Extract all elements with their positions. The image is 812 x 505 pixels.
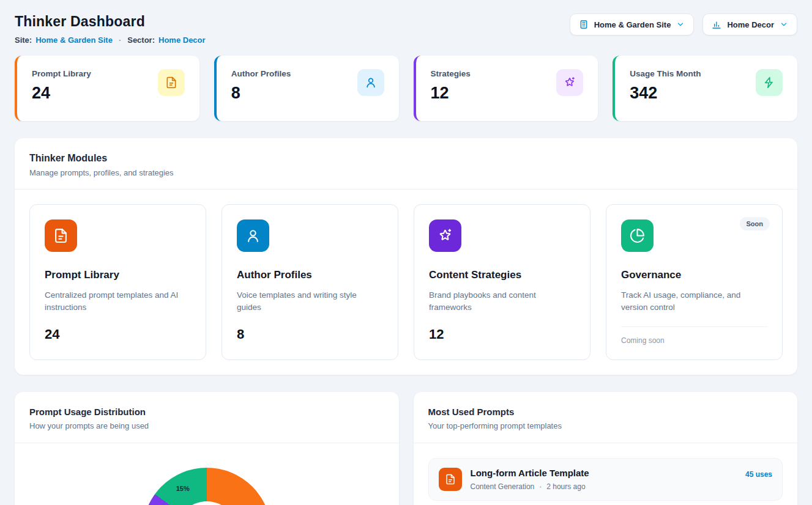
- sector-selector-label: Home Decor: [727, 20, 774, 29]
- prompt-item-time: 2 hours ago: [546, 482, 585, 491]
- sector-selector-dropdown[interactable]: Home Decor: [702, 13, 797, 35]
- site-sector-line: Site: Home & Garden Site · Sector: Home …: [15, 35, 206, 45]
- bar-chart-icon: [712, 20, 721, 29]
- sparkle-star-icon: [556, 69, 583, 96]
- stat-label: Usage This Month: [630, 69, 701, 78]
- separator-dot: ·: [539, 482, 542, 491]
- header-controls: Home & Garden Site Home Decor: [570, 13, 797, 35]
- module-card-content-strategies[interactable]: Content Strategies Brand playbooks and c…: [414, 204, 590, 360]
- module-description: Voice templates and writing style guides: [237, 289, 383, 314]
- module-title: Content Strategies: [429, 269, 575, 281]
- site-selector-dropdown[interactable]: Home & Garden Site: [570, 13, 695, 35]
- modules-grid: Prompt Library Centralized prompt templa…: [15, 190, 797, 375]
- module-title: Prompt Library: [45, 269, 191, 281]
- modules-title: Thinker Modules: [29, 153, 783, 164]
- sparkle-star-icon: [429, 219, 461, 252]
- prompt-list: Long-form Article Template Content Gener…: [414, 443, 798, 505]
- stat-card-prompt-library: Prompt Library 24: [15, 56, 199, 121]
- page-header: Thinker Dashboard Site: Home & Garden Si…: [15, 13, 797, 45]
- sector-link[interactable]: Home Decor: [158, 35, 206, 45]
- donut-segment-label: 15%: [176, 485, 190, 492]
- sector-label: Sector:: [127, 35, 155, 45]
- pie-chart-icon: [621, 219, 654, 252]
- chevron-down-icon: [780, 20, 788, 29]
- prompt-item-body: Long-form Article Template Content Gener…: [471, 468, 737, 491]
- person-icon: [237, 219, 269, 252]
- module-count: 24: [45, 326, 191, 342]
- dashboard-page: Thinker Dashboard Site: Home & Garden Si…: [0, 0, 812, 505]
- stats-row: Prompt Library 24 Author Profiles 8 Stra…: [15, 56, 797, 121]
- soon-badge: Soon: [740, 217, 770, 230]
- divider: [621, 326, 767, 327]
- building-icon: [579, 20, 589, 29]
- chart-area: 15%: [15, 443, 399, 505]
- stat-card-strategies: Strategies 12: [414, 56, 598, 121]
- site-link[interactable]: Home & Garden Site: [35, 35, 113, 45]
- prompt-usage-header: Prompt Usage Distribution How your promp…: [15, 392, 399, 443]
- module-count: 12: [429, 326, 575, 342]
- module-description: Brand playbooks and content frameworks: [429, 289, 575, 314]
- person-icon: [357, 69, 384, 96]
- document-icon: [45, 219, 77, 252]
- donut-chart: 15%: [143, 468, 271, 505]
- header-left: Thinker Dashboard Site: Home & Garden Si…: [15, 13, 206, 45]
- stat-text: Strategies 12: [431, 69, 471, 103]
- stat-value: 8: [231, 84, 291, 103]
- module-title: Author Profiles: [237, 269, 383, 281]
- stat-value: 24: [32, 84, 91, 103]
- stat-text: Usage This Month 342: [630, 69, 701, 103]
- prompt-item-category: Content Generation: [471, 482, 535, 491]
- stat-card-author-profiles: Author Profiles 8: [214, 56, 399, 121]
- prompt-usage-subtitle: How your prompts are being used: [29, 421, 384, 430]
- stat-text: Author Profiles 8: [231, 69, 291, 103]
- prompt-item-uses-badge: 45 uses: [745, 470, 772, 479]
- module-card-author-profiles[interactable]: Author Profiles Voice templates and writ…: [222, 204, 398, 360]
- thinker-modules-panel: Thinker Modules Manage prompts, profiles…: [15, 138, 797, 375]
- stat-label: Prompt Library: [32, 69, 91, 78]
- stat-value: 12: [431, 84, 471, 103]
- module-description: Track AI usage, compliance, and version …: [621, 289, 767, 314]
- list-item-long-form-article[interactable]: Long-form Article Template Content Gener…: [428, 458, 783, 501]
- most-used-prompts-header: Most Used Prompts Your top-performing pr…: [414, 392, 798, 443]
- module-card-governance[interactable]: Soon Governance Track AI usage, complian…: [606, 204, 783, 360]
- page-title: Thinker Dashboard: [15, 13, 206, 30]
- prompt-usage-card: Prompt Usage Distribution How your promp…: [15, 392, 399, 505]
- site-label: Site:: [15, 35, 32, 45]
- stat-text: Prompt Library 24: [32, 69, 91, 103]
- prompt-item-title: Long-form Article Template: [471, 468, 737, 478]
- most-used-prompts-subtitle: Your top-performing prompt templates: [428, 421, 783, 430]
- lightning-bolt-icon: [756, 69, 783, 96]
- most-used-prompts-card: Most Used Prompts Your top-performing pr…: [414, 392, 798, 505]
- donut-hole: [176, 501, 237, 505]
- modules-subtitle: Manage prompts, profiles, and strategies: [29, 168, 783, 177]
- stat-label: Strategies: [431, 69, 471, 78]
- module-description: Centralized prompt templates and AI inst…: [45, 289, 191, 314]
- coming-soon-text: Coming soon: [621, 336, 767, 345]
- modules-panel-header: Thinker Modules Manage prompts, profiles…: [15, 138, 797, 189]
- module-count: 8: [237, 326, 383, 342]
- module-card-prompt-library[interactable]: Prompt Library Centralized prompt templa…: [29, 204, 206, 360]
- document-icon: [158, 69, 185, 96]
- module-title: Governance: [621, 269, 767, 281]
- stat-card-usage: Usage This Month 342: [613, 56, 797, 121]
- prompt-usage-title: Prompt Usage Distribution: [29, 407, 384, 417]
- site-selector-label: Home & Garden Site: [594, 20, 671, 29]
- chevron-down-icon: [676, 20, 685, 29]
- prompt-item-meta: Content Generation · 2 hours ago: [471, 482, 737, 491]
- stat-label: Author Profiles: [231, 69, 291, 78]
- bottom-row: Prompt Usage Distribution How your promp…: [15, 392, 797, 505]
- stat-value: 342: [630, 84, 701, 103]
- separator-dot: ·: [119, 35, 121, 45]
- most-used-prompts-title: Most Used Prompts: [428, 407, 783, 417]
- document-icon: [439, 468, 462, 491]
